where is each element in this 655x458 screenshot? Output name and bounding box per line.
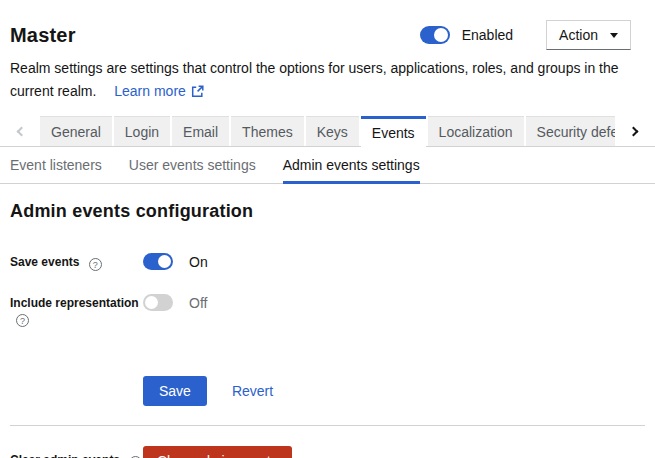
chevron-right-icon — [629, 126, 639, 136]
revert-button[interactable]: Revert — [232, 383, 273, 399]
toggle-knob — [158, 255, 171, 268]
tab-security-defenses[interactable]: Security defenses — [526, 116, 615, 146]
save-events-state: On — [189, 254, 208, 270]
tab-keys[interactable]: Keys — [306, 116, 359, 146]
page-header: Master Enabled Action — [0, 20, 655, 50]
save-events-label-group: Save events ? — [10, 253, 143, 271]
section-heading: Admin events configuration — [10, 201, 645, 222]
admin-events-panel: Admin events configuration Save events ?… — [0, 201, 655, 458]
clear-admin-events-row: Clear admin events ? Clear admin events — [10, 446, 645, 458]
realm-description-text: Realm settings are settings that control… — [10, 60, 619, 99]
page-title: Master — [10, 24, 76, 47]
realm-settings-tabbar: General Login Email Themes Keys Events L… — [0, 116, 655, 147]
action-dropdown[interactable]: Action — [546, 20, 631, 50]
include-representation-row: Include representation ? Off — [10, 294, 645, 327]
subtab-user-events-settings[interactable]: User events settings — [129, 147, 256, 184]
form-actions: Save Revert — [143, 376, 645, 406]
header-controls: Enabled Action — [420, 20, 631, 50]
tab-localization[interactable]: Localization — [428, 116, 524, 146]
save-events-toggle[interactable] — [143, 253, 173, 270]
realm-enabled-toggle[interactable] — [420, 26, 450, 44]
clear-admin-events-label-group: Clear admin events ? — [10, 453, 143, 458]
realm-settings-page: Master Enabled Action Realm settings are… — [0, 20, 655, 458]
caret-down-icon — [610, 33, 618, 38]
tab-events[interactable]: Events — [361, 116, 426, 147]
learn-more-link[interactable]: Learn more — [114, 80, 204, 103]
tab-general[interactable]: General — [40, 116, 112, 146]
chevron-left-icon — [17, 126, 27, 136]
subtab-event-listeners[interactable]: Event listeners — [10, 147, 102, 184]
include-representation-state: Off — [189, 295, 207, 311]
include-representation-label: Include representation — [10, 296, 139, 310]
tab-login[interactable]: Login — [114, 116, 170, 146]
toggle-knob — [145, 296, 158, 309]
subtab-admin-events-settings[interactable]: Admin events settings — [283, 147, 420, 184]
realm-enabled-label: Enabled — [462, 27, 513, 43]
clear-admin-events-label: Clear admin events — [10, 453, 120, 458]
tabs-scroll-left-button[interactable] — [0, 116, 40, 146]
realm-description: Realm settings are settings that control… — [0, 57, 645, 103]
admin-events-form: Save events ? On Include representation … — [10, 253, 645, 406]
tab-list: General Login Email Themes Keys Events L… — [40, 116, 615, 146]
action-dropdown-label: Action — [559, 27, 598, 43]
save-events-label: Save events — [10, 255, 79, 269]
section-divider — [10, 425, 645, 426]
external-link-icon — [191, 85, 204, 98]
help-icon[interactable]: ? — [89, 258, 102, 271]
learn-more-label: Learn more — [114, 80, 186, 103]
tab-themes[interactable]: Themes — [231, 116, 304, 146]
tab-email[interactable]: Email — [172, 116, 229, 146]
save-events-control: On — [143, 253, 208, 270]
save-button[interactable]: Save — [143, 376, 207, 406]
include-representation-label-group: Include representation ? — [10, 294, 143, 327]
toggle-knob — [434, 28, 448, 42]
save-events-row: Save events ? On — [10, 253, 645, 271]
events-subtabs: Event listeners User events settings Adm… — [0, 147, 655, 184]
include-representation-control: Off — [143, 294, 207, 311]
include-representation-toggle[interactable] — [143, 294, 173, 311]
help-icon[interactable]: ? — [16, 314, 29, 327]
clear-admin-events-button[interactable]: Clear admin events — [143, 446, 292, 458]
tabs-scroll-right-button[interactable] — [615, 116, 655, 146]
